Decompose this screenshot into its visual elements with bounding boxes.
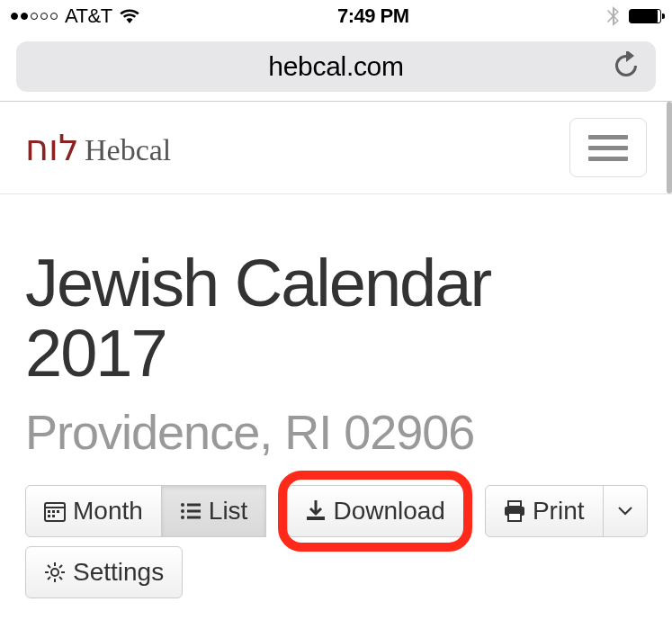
- carrier-label: AT&T: [65, 4, 112, 28]
- svg-line-24: [48, 577, 50, 580]
- settings-label: Settings: [73, 558, 164, 587]
- view-toolbar-row2: Settings: [25, 546, 647, 598]
- svg-rect-3: [52, 510, 55, 513]
- reload-icon[interactable]: [613, 51, 640, 82]
- svg-rect-12: [187, 517, 201, 519]
- download-highlight: Download: [287, 485, 463, 537]
- svg-rect-13: [307, 517, 325, 520]
- print-label: Print: [533, 497, 585, 526]
- svg-point-11: [181, 516, 184, 519]
- svg-rect-5: [48, 515, 50, 517]
- print-icon: [504, 500, 525, 522]
- signal-dots-icon: [11, 13, 58, 20]
- status-left: AT&T: [11, 4, 139, 28]
- download-button[interactable]: Download: [287, 485, 464, 537]
- page-title: Jewish Calendar 2017: [25, 248, 647, 388]
- ios-status-bar: AT&T 7:49 PM: [0, 0, 672, 32]
- brand-hebrew-text: לוח: [25, 127, 79, 169]
- brand-name-text: Hebcal: [85, 133, 171, 167]
- url-display: hebcal.com: [268, 51, 403, 82]
- svg-rect-4: [57, 510, 59, 513]
- month-view-button[interactable]: Month: [25, 485, 162, 537]
- main-content: Jewish Calendar 2017 Providence, RI 0290…: [0, 194, 672, 598]
- list-view-button[interactable]: List: [161, 485, 267, 537]
- svg-rect-2: [48, 510, 50, 513]
- svg-rect-14: [508, 501, 521, 507]
- status-right: [607, 6, 661, 26]
- site-header: לוח Hebcal: [0, 102, 672, 194]
- print-dropdown-button[interactable]: [603, 485, 648, 537]
- svg-rect-10: [187, 510, 201, 513]
- gear-icon: [44, 562, 66, 583]
- url-bar[interactable]: hebcal.com: [16, 41, 656, 92]
- wifi-icon: [120, 9, 139, 23]
- location-subtitle: Providence, RI 02906: [25, 404, 647, 460]
- list-label: List: [209, 497, 248, 526]
- svg-rect-8: [187, 504, 201, 507]
- settings-button[interactable]: Settings: [25, 546, 183, 598]
- svg-rect-6: [52, 515, 55, 517]
- bluetooth-icon: [607, 6, 620, 26]
- download-icon: [306, 500, 326, 522]
- calendar-icon: [44, 500, 66, 522]
- download-label: Download: [333, 497, 445, 526]
- svg-point-7: [181, 503, 184, 507]
- caret-down-icon: [618, 507, 632, 516]
- brand-logo[interactable]: לוח Hebcal: [25, 127, 171, 169]
- scroll-indicator: [667, 102, 672, 193]
- clock-label: 7:49 PM: [337, 4, 409, 28]
- svg-point-9: [181, 509, 184, 513]
- battery-icon: [629, 9, 661, 23]
- month-label: Month: [73, 497, 143, 526]
- svg-line-25: [59, 565, 62, 568]
- svg-point-17: [51, 569, 58, 576]
- svg-line-23: [59, 577, 62, 580]
- browser-chrome: hebcal.com: [0, 32, 672, 101]
- print-button[interactable]: Print: [485, 485, 604, 537]
- hamburger-icon: [588, 135, 628, 139]
- list-icon: [180, 500, 202, 522]
- svg-rect-16: [508, 513, 521, 521]
- menu-toggle-button[interactable]: [569, 118, 647, 177]
- view-toolbar: Month List Download Print: [25, 485, 647, 537]
- svg-line-22: [48, 565, 50, 568]
